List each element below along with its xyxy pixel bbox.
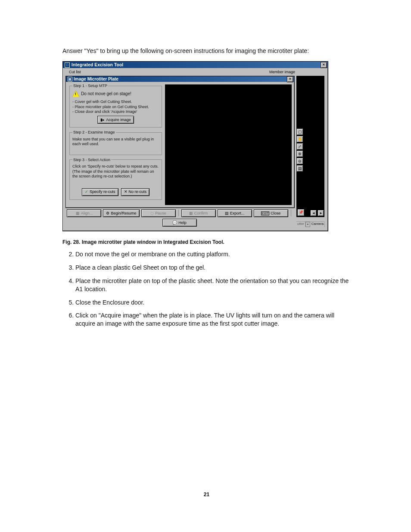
step1-legend: Step 1 - Setup MTP: [72, 84, 108, 88]
specify-recuts-label: Specify re-cuts: [90, 190, 115, 194]
no-recuts-label: No re-cuts: [129, 190, 147, 194]
step3-group: Step 3 - Select Action Click on 'Specify…: [69, 158, 162, 200]
step1-warning: Do not move gel on stage!: [81, 91, 131, 96]
instruction-4: Place the microtiter plate on top of the…: [75, 277, 351, 293]
zoom-out-icon: ⊖: [298, 159, 302, 164]
pin-thumbnail-button[interactable]: 📌: [297, 209, 305, 216]
zoom-in-button[interactable]: ⊕: [296, 150, 303, 157]
confirm-icon: ▦: [189, 212, 193, 215]
inner-window-title: Image Microtiter Plate: [74, 77, 118, 82]
camera-icon: ▮▸: [100, 118, 105, 122]
step2-legend: Step 2 - Examine Image: [72, 130, 116, 135]
close-label: Close: [271, 211, 280, 216]
step1-bullet2: - Place microtiter plate on Gel Cutting …: [72, 105, 159, 109]
export-icon: ▤: [225, 212, 229, 215]
step3-text1: Click on 'Specify re-cuts' below to repe…: [72, 164, 159, 169]
instruction-5: Close the Enclosure door.: [75, 299, 351, 307]
instruction-3: Place a clean plastic Gel Sheet on top o…: [75, 264, 351, 272]
step2-group: Step 2 - Examine Image Make sure that yo…: [69, 130, 162, 155]
mtp-image-preview: [165, 84, 292, 205]
begin-resume-button[interactable]: ⚙ Begin/Resume: [103, 209, 139, 217]
step2-text: Make sure that you can see a visible gel…: [72, 137, 159, 146]
cutlist-group-label: Cut list: [69, 70, 81, 75]
step1-bullet3: - Close door and click 'Acquire Image': [72, 109, 159, 114]
confirm-label: Confirm: [194, 211, 208, 216]
zoom-button[interactable]: ⤢: [296, 143, 303, 150]
align-label: Align...: [81, 211, 93, 216]
separator: [178, 209, 179, 216]
acquire-image-label: Acquire image: [106, 118, 131, 122]
specify-recuts-button[interactable]: ✓ Specify re-cuts: [82, 188, 118, 196]
exit-icon: EXIT: [261, 212, 270, 215]
integrated-excision-tool-window: Integrated Excision Tool × Cut list Memb…: [62, 61, 328, 231]
tab-camera[interactable]: Camera: [311, 222, 325, 227]
zoom-out-button[interactable]: ⊖: [296, 158, 303, 165]
app-icon: [65, 62, 70, 68]
step3-text2: (The image of the microtiter plate will …: [72, 169, 159, 179]
check-icon: ✓: [85, 190, 88, 194]
step1-bullet1: - Cover gel with Gel Cutting Sheet.: [72, 100, 159, 104]
inner-close-button[interactable]: ×: [287, 76, 293, 82]
command-bar: ▦ Align... ⚙ Begin/Resume ◌ Pause ▦ Conf…: [66, 209, 293, 227]
help-label: Help: [178, 221, 187, 225]
outer-close-button[interactable]: ×: [321, 62, 327, 68]
align-button[interactable]: ▦ Align...: [67, 209, 101, 217]
warning-icon: [72, 91, 79, 97]
instruction-6: Click on "Acquire image" when the plate …: [75, 311, 351, 328]
inner-title-bar: Image Microtiter Plate ×: [66, 76, 294, 82]
page-number: 21: [62, 492, 351, 498]
histogram-icon: ▤: [298, 166, 302, 171]
begin-resume-label: Begin/Resume: [111, 211, 136, 216]
instruction-2: Do not move the gel or membrane on the c…: [75, 250, 351, 258]
pause-button[interactable]: ◌ Pause: [141, 209, 176, 217]
histogram-button[interactable]: ▤: [296, 165, 303, 172]
instruction-list: Do not move the gel or membrane on the c…: [62, 250, 351, 328]
acquire-image-button[interactable]: ▮▸ Acquire image: [97, 116, 134, 124]
help-icon: 💬: [172, 221, 177, 225]
pan-button[interactable]: ✋: [296, 136, 303, 143]
export-label: Export...: [230, 211, 245, 216]
gear-icon: ⚙: [106, 212, 109, 215]
close-button[interactable]: EXIT Close: [254, 209, 288, 217]
outer-title-bar: Integrated Excision Tool ×: [63, 62, 328, 68]
image-tools-toolbar: ▢ ✋ ⤢ ⊕ ⊖ ▤: [296, 128, 303, 172]
hand-icon: ✋: [298, 137, 302, 142]
thumbnail-tabs: utter × Camera: [296, 221, 324, 227]
export-button[interactable]: ▤ Export...: [218, 209, 252, 217]
thumb-prev-button[interactable]: ◂: [310, 210, 317, 216]
help-button[interactable]: 💬 Help: [162, 219, 197, 227]
no-recuts-button[interactable]: ✕ No re-cuts: [121, 188, 150, 196]
tab-cutter[interactable]: utter: [296, 222, 305, 227]
zoom-icon: ⤢: [298, 144, 302, 149]
outer-window-title: Integrated Excision Tool: [72, 62, 123, 68]
step1-group: Step 1 - Setup MTP Do not move gel on st…: [69, 84, 162, 128]
tab-cutter-close[interactable]: ×: [305, 222, 310, 227]
pin-icon: 📌: [299, 210, 303, 215]
thumb-next-button[interactable]: ▸: [318, 210, 324, 216]
x-icon: ✕: [124, 190, 128, 194]
zoom-in-icon: ⊕: [298, 152, 302, 156]
separator2: [291, 209, 291, 216]
step3-legend: Step 3 - Select Action: [72, 158, 111, 162]
pause-icon: ◌: [150, 212, 154, 215]
inner-app-icon: [68, 77, 72, 81]
fit-to-window-button[interactable]: ▢: [296, 128, 303, 135]
confirm-button[interactable]: ▦ Confirm: [181, 209, 216, 217]
align-icon: ▦: [76, 212, 80, 215]
image-microtiter-plate-window: Image Microtiter Plate × Step 1 - Setup …: [65, 76, 295, 208]
intro-text: Answer "Yes" to bring up the following o…: [62, 47, 351, 54]
fit-icon: ▢: [298, 130, 302, 134]
member-image-group-label: Member image: [269, 70, 295, 75]
figure-caption: Fig. 28. Image microtiter plate window i…: [62, 239, 351, 245]
pause-label: Pause: [155, 211, 166, 216]
